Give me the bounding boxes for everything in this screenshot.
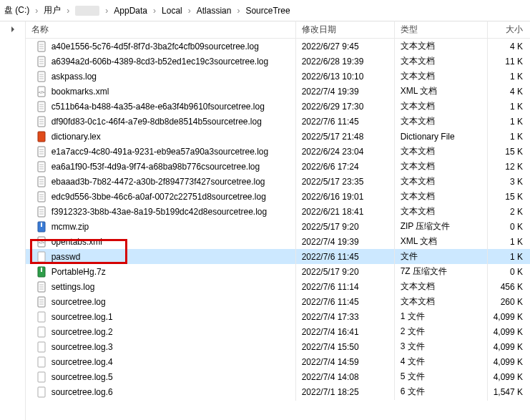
file-date-cell: 2022/6/28 19:39 (296, 54, 395, 69)
breadcrumb-item[interactable]: Atlassian (197, 6, 232, 16)
file-type-cell: 6 文件 (395, 383, 488, 401)
breadcrumb-separator-icon: › (234, 6, 242, 16)
file-name-label: sourcetree.log.6 (51, 387, 113, 397)
file-row[interactable]: c511b64a-b488-4a35-a48e-e6a3f4b9610fsour… (26, 99, 530, 114)
file-date-cell: 2022/7/4 16:41 (296, 324, 395, 340)
breadcrumb-separator-icon: › (32, 6, 41, 16)
file-date-cell: 2022/7/4 19:39 (296, 84, 395, 99)
file-row[interactable]: e1a7acc9-4c80-491a-9231-eb9ea57a90a3sour… (26, 144, 530, 159)
file-row[interactable]: </>opentabs.xml2022/7/4 19:39XML 文档1 K (26, 234, 530, 249)
generic-file-icon (36, 326, 47, 338)
file-name-cell[interactable]: sourcetree.log.6 (26, 384, 296, 401)
file-row[interactable]: a6394a2d-606b-4389-8cd3-b52ed1ec19c3sour… (26, 54, 530, 69)
tree-pane[interactable] (0, 21, 26, 420)
file-list: 名称 修改日期 类型 大小 a40e1556-5c76-4d5f-8f7d-3b… (26, 21, 530, 420)
text-document-icon (36, 146, 47, 157)
svg-rect-49 (41, 268, 42, 272)
file-date-cell: 2022/7/6 11:14 (296, 279, 395, 295)
xml-document-icon: </> (36, 236, 47, 248)
file-date-cell: 2022/6/27 9:45 (296, 39, 395, 54)
file-size-cell: 4,099 K (488, 309, 530, 325)
svg-rect-60 (38, 342, 45, 352)
file-date-cell: 2022/5/17 23:35 (296, 174, 395, 190)
breadcrumb[interactable]: 盘 (C:)›用户››AppData›Local›Atlassian›Sourc… (0, 0, 530, 21)
file-date-cell: 2022/6/13 10:10 (296, 69, 395, 84)
breadcrumb-separator-icon: › (64, 6, 72, 16)
file-name-label: sourcetree.log.5 (51, 372, 113, 382)
file-size-cell: 0 K (488, 219, 530, 235)
file-row[interactable]: settings.log2022/7/6 11:14文本文档456 K (26, 279, 530, 294)
7z-archive-icon (36, 266, 47, 278)
text-document-icon (36, 41, 47, 52)
file-size-cell: 2 K (488, 204, 530, 220)
file-row[interactable]: sourcetree.log2022/7/6 11:45文本文档260 K (26, 294, 530, 309)
file-row[interactable]: sourcetree.log.22022/7/4 16:412 文件4,099 … (26, 324, 530, 339)
svg-rect-63 (38, 387, 45, 397)
file-row[interactable]: sourcetree.log.42022/7/4 14:594 文件4,099 … (26, 354, 530, 369)
file-row[interactable]: sourcetree.log.12022/7/4 17:331 文件4,099 … (26, 309, 530, 324)
file-date-cell: 2022/7/4 17:33 (296, 309, 395, 325)
file-name-label: mcmw.zip (51, 222, 89, 232)
file-size-cell: 4,099 K (488, 369, 530, 385)
content-area: 名称 修改日期 类型 大小 a40e1556-5c76-4d5f-8f7d-3b… (0, 21, 530, 420)
column-header-name[interactable]: 名称 (26, 21, 296, 39)
file-size-cell: 12 K (488, 159, 530, 175)
svg-rect-22 (38, 132, 45, 142)
file-row[interactable]: df90fd83-0c1c-46f4-a7e9-8db8de8514b5sour… (26, 114, 530, 129)
file-date-cell: 2022/7/1 18:25 (296, 384, 395, 400)
file-date-cell: 2022/5/17 9:20 (296, 219, 395, 235)
svg-text:</>: </> (38, 90, 44, 94)
file-name-label: sourcetree.log.1 (51, 312, 113, 322)
file-row[interactable]: ea6a1f90-f53f-4d9a-9f74-a68ba98b776csour… (26, 159, 530, 174)
generic-file-icon (36, 311, 47, 323)
generic-file-icon (36, 341, 47, 353)
file-row[interactable]: ebaaad3b-7b82-4472-a30b-2f894773f427sour… (26, 174, 530, 189)
file-name-label: sourcetree.log.2 (51, 327, 113, 337)
chevron-right-icon[interactable] (10, 26, 25, 34)
file-date-cell: 2022/6/21 18:41 (296, 204, 395, 220)
file-name-label: ea6a1f90-f53f-4d9a-9f74-a68ba98b776csour… (51, 162, 260, 172)
file-size-cell: 4,099 K (488, 339, 530, 355)
column-header-size[interactable]: 大小 (488, 21, 530, 39)
file-row[interactable]: dictionary.lex2022/5/17 21:48Dictionary … (26, 129, 530, 144)
file-row[interactable]: </>bookmarks.xml2022/7/4 19:39XML 文档4 K (26, 84, 530, 99)
file-date-cell: 2022/5/17 9:20 (296, 264, 395, 280)
breadcrumb-item[interactable]: SourceTree (245, 6, 290, 16)
file-size-cell: 0 K (488, 264, 530, 280)
svg-rect-59 (38, 327, 45, 337)
text-document-icon (36, 116, 47, 127)
breadcrumb-item[interactable]: AppData (114, 6, 147, 16)
column-header-type[interactable]: 类型 (395, 21, 488, 39)
file-row[interactable]: mcmw.zip2022/5/17 9:20ZIP 压缩文件0 K (26, 219, 530, 234)
breadcrumb-item[interactable]: Local (162, 6, 182, 16)
file-size-cell: 1 K (488, 249, 530, 265)
file-row[interactable]: f3912323-3b8b-43ae-8a19-5b199dc42d8esour… (26, 204, 530, 219)
breadcrumb-item[interactable]: 用户 (44, 4, 61, 16)
file-date-cell: 2022/6/24 23:04 (296, 144, 395, 160)
file-row[interactable]: askpass.log2022/6/13 10:10文本文档1 K (26, 69, 530, 84)
breadcrumb-item[interactable]: 盘 (C:) (4, 4, 29, 16)
file-name-label: a6394a2d-606b-4389-8cd3-b52ed1ec19c3sour… (51, 57, 269, 67)
column-header-date[interactable]: 修改日期 (296, 21, 395, 39)
file-date-cell: 2022/5/17 21:48 (296, 129, 395, 145)
file-name-label: dictionary.lex (51, 132, 101, 142)
file-name-label: e1a7acc9-4c80-491a-9231-eb9ea57a90a3sour… (51, 147, 269, 157)
file-row[interactable]: sourcetree.log.62022/7/1 18:256 文件1,547 … (26, 384, 530, 399)
file-row[interactable]: passwd2022/7/6 11:45文件1 K (26, 249, 530, 264)
xml-document-icon: </> (36, 86, 47, 97)
file-row[interactable]: sourcetree.log.32022/7/4 15:503 文件4,099 … (26, 339, 530, 354)
svg-rect-62 (38, 372, 45, 382)
file-name-label: settings.log (51, 282, 95, 292)
file-name-label: opentabs.xml (51, 237, 102, 247)
file-name-label: sourcetree.log (51, 297, 106, 307)
file-rows: a40e1556-5c76-4d5f-8f7d-3ba2fc4cfb09sour… (26, 39, 530, 399)
file-row[interactable]: a40e1556-5c76-4d5f-8f7d-3ba2fc4cfb09sour… (26, 39, 530, 54)
file-row[interactable]: PortableHg.7z2022/5/17 9:207Z 压缩文件0 K (26, 264, 530, 279)
text-document-icon (36, 56, 47, 67)
breadcrumb-item[interactable] (75, 6, 99, 16)
file-size-cell: 4 K (488, 39, 530, 54)
file-row[interactable]: sourcetree.log.52022/7/4 14:085 文件4,099 … (26, 369, 530, 384)
file-name-label: PortableHg.7z (51, 267, 106, 277)
file-size-cell: 11 K (488, 54, 530, 69)
file-row[interactable]: edc9d556-3bbe-46c6-a0af-0072c22751d8sour… (26, 189, 530, 204)
